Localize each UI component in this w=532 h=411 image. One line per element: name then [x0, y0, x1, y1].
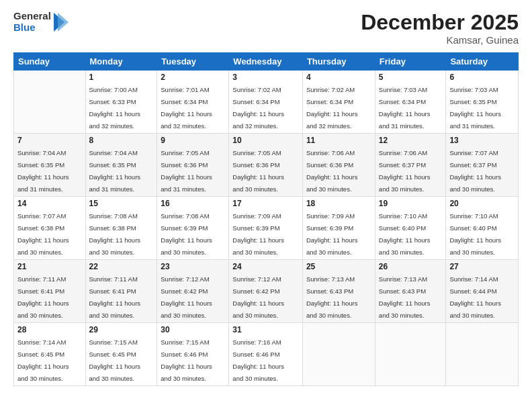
calendar-day-cell	[302, 323, 375, 386]
page: General Blue December 2025 Kamsar, Guine…	[0, 0, 532, 411]
logo-blue: Blue	[13, 22, 51, 34]
day-number: 1	[89, 73, 154, 82]
calendar-day-cell: 17Sunrise: 7:09 AMSunset: 6:39 PMDayligh…	[229, 197, 303, 260]
calendar-week-row: 7Sunrise: 7:04 AMSunset: 6:35 PMDaylight…	[14, 134, 519, 197]
day-number: 19	[379, 199, 443, 208]
day-number: 10	[232, 136, 299, 145]
calendar-day-cell: 12Sunrise: 7:06 AMSunset: 6:37 PMDayligh…	[375, 134, 446, 197]
day-info: Sunrise: 7:13 AMSunset: 6:43 PMDaylight:…	[306, 275, 358, 319]
calendar-day-cell: 25Sunrise: 7:13 AMSunset: 6:43 PMDayligh…	[302, 260, 375, 323]
day-info: Sunrise: 7:02 AMSunset: 6:34 PMDaylight:…	[232, 86, 284, 130]
day-info: Sunrise: 7:09 AMSunset: 6:39 PMDaylight:…	[306, 212, 358, 256]
day-number: 11	[306, 136, 371, 145]
calendar-day-cell: 30Sunrise: 7:15 AMSunset: 6:46 PMDayligh…	[157, 323, 229, 386]
calendar-day-cell: 15Sunrise: 7:08 AMSunset: 6:38 PMDayligh…	[85, 197, 157, 260]
calendar-day-cell: 8Sunrise: 7:04 AMSunset: 6:35 PMDaylight…	[85, 134, 157, 197]
day-info: Sunrise: 7:10 AMSunset: 6:40 PMDaylight:…	[449, 212, 501, 256]
day-number: 5	[379, 73, 443, 82]
day-info: Sunrise: 7:07 AMSunset: 6:37 PMDaylight:…	[449, 149, 501, 193]
day-info: Sunrise: 7:11 AMSunset: 6:41 PMDaylight:…	[89, 275, 141, 319]
day-number: 17	[232, 199, 299, 208]
calendar-day-cell: 19Sunrise: 7:10 AMSunset: 6:40 PMDayligh…	[375, 197, 446, 260]
day-info: Sunrise: 7:03 AMSunset: 6:34 PMDaylight:…	[379, 86, 431, 130]
day-number: 30	[161, 325, 225, 334]
day-info: Sunrise: 7:14 AMSunset: 6:45 PMDaylight:…	[17, 338, 69, 382]
day-info: Sunrise: 7:01 AMSunset: 6:34 PMDaylight:…	[161, 86, 212, 130]
day-number: 9	[161, 136, 225, 145]
day-info: Sunrise: 7:12 AMSunset: 6:42 PMDaylight:…	[232, 275, 284, 319]
day-info: Sunrise: 7:00 AMSunset: 6:33 PMDaylight:…	[89, 86, 141, 130]
weekday-header-cell: Thursday	[302, 53, 375, 71]
day-number: 8	[89, 136, 154, 145]
calendar-day-cell: 9Sunrise: 7:05 AMSunset: 6:36 PMDaylight…	[157, 134, 229, 197]
calendar-day-cell: 18Sunrise: 7:09 AMSunset: 6:39 PMDayligh…	[302, 197, 375, 260]
logo-general: General	[13, 11, 51, 22]
weekday-header-row: SundayMondayTuesdayWednesdayThursdayFrid…	[14, 53, 519, 71]
weekday-header-cell: Friday	[375, 53, 446, 71]
calendar-day-cell: 29Sunrise: 7:15 AMSunset: 6:45 PMDayligh…	[85, 323, 157, 386]
calendar-day-cell: 16Sunrise: 7:08 AMSunset: 6:39 PMDayligh…	[157, 197, 229, 260]
svg-marker-1	[58, 13, 69, 32]
calendar-day-cell: 10Sunrise: 7:05 AMSunset: 6:36 PMDayligh…	[229, 134, 303, 197]
day-info: Sunrise: 7:14 AMSunset: 6:44 PMDaylight:…	[449, 275, 501, 319]
calendar-day-cell: 13Sunrise: 7:07 AMSunset: 6:37 PMDayligh…	[446, 134, 519, 197]
calendar-week-row: 21Sunrise: 7:11 AMSunset: 6:41 PMDayligh…	[14, 260, 519, 323]
calendar-table: SundayMondayTuesdayWednesdayThursdayFrid…	[13, 52, 519, 386]
calendar-day-cell: 2Sunrise: 7:01 AMSunset: 6:34 PMDaylight…	[157, 71, 229, 134]
day-info: Sunrise: 7:08 AMSunset: 6:38 PMDaylight:…	[89, 212, 141, 256]
calendar-day-cell: 21Sunrise: 7:11 AMSunset: 6:41 PMDayligh…	[14, 260, 86, 323]
day-info: Sunrise: 7:04 AMSunset: 6:35 PMDaylight:…	[17, 149, 69, 193]
header: General Blue December 2025 Kamsar, Guine…	[13, 11, 519, 46]
calendar-day-cell: 31Sunrise: 7:16 AMSunset: 6:46 PMDayligh…	[229, 323, 303, 386]
day-info: Sunrise: 7:03 AMSunset: 6:35 PMDaylight:…	[449, 86, 501, 130]
calendar-day-cell: 14Sunrise: 7:07 AMSunset: 6:38 PMDayligh…	[14, 197, 86, 260]
calendar-day-cell: 3Sunrise: 7:02 AMSunset: 6:34 PMDaylight…	[229, 71, 303, 134]
day-info: Sunrise: 7:09 AMSunset: 6:39 PMDaylight:…	[232, 212, 284, 256]
calendar-day-cell: 26Sunrise: 7:13 AMSunset: 6:43 PMDayligh…	[375, 260, 446, 323]
day-number: 31	[232, 325, 299, 334]
day-info: Sunrise: 7:16 AMSunset: 6:46 PMDaylight:…	[232, 338, 284, 382]
day-info: Sunrise: 7:12 AMSunset: 6:42 PMDaylight:…	[161, 275, 212, 319]
day-number: 20	[449, 199, 515, 208]
day-info: Sunrise: 7:13 AMSunset: 6:43 PMDaylight:…	[379, 275, 431, 319]
day-number: 25	[306, 262, 371, 271]
calendar-week-row: 1Sunrise: 7:00 AMSunset: 6:33 PMDaylight…	[14, 71, 519, 134]
calendar-day-cell: 7Sunrise: 7:04 AMSunset: 6:35 PMDaylight…	[14, 134, 86, 197]
calendar-day-cell: 27Sunrise: 7:14 AMSunset: 6:44 PMDayligh…	[446, 260, 519, 323]
day-info: Sunrise: 7:06 AMSunset: 6:36 PMDaylight:…	[306, 149, 358, 193]
weekday-header-cell: Tuesday	[157, 53, 229, 71]
calendar-body: 1Sunrise: 7:00 AMSunset: 6:33 PMDaylight…	[14, 71, 519, 386]
day-info: Sunrise: 7:15 AMSunset: 6:45 PMDaylight:…	[89, 338, 141, 382]
logo-arrow-icon	[54, 13, 69, 32]
day-number: 6	[449, 73, 515, 82]
day-info: Sunrise: 7:05 AMSunset: 6:36 PMDaylight:…	[161, 149, 212, 193]
day-number: 12	[379, 136, 443, 145]
day-number: 26	[379, 262, 443, 271]
day-number: 14	[17, 199, 82, 208]
calendar-day-cell	[446, 323, 519, 386]
calendar-day-cell	[14, 71, 86, 134]
calendar-day-cell: 5Sunrise: 7:03 AMSunset: 6:34 PMDaylight…	[375, 71, 446, 134]
day-number: 28	[17, 325, 82, 334]
day-number: 16	[161, 199, 225, 208]
day-info: Sunrise: 7:10 AMSunset: 6:40 PMDaylight:…	[379, 212, 431, 256]
day-info: Sunrise: 7:06 AMSunset: 6:37 PMDaylight:…	[379, 149, 431, 193]
weekday-header-cell: Saturday	[446, 53, 519, 71]
day-number: 27	[449, 262, 515, 271]
title-area: December 2025 Kamsar, Guinea	[361, 11, 519, 46]
calendar-day-cell	[375, 323, 446, 386]
calendar-day-cell: 24Sunrise: 7:12 AMSunset: 6:42 PMDayligh…	[229, 260, 303, 323]
day-number: 2	[161, 73, 225, 82]
calendar-day-cell: 23Sunrise: 7:12 AMSunset: 6:42 PMDayligh…	[157, 260, 229, 323]
day-info: Sunrise: 7:08 AMSunset: 6:39 PMDaylight:…	[161, 212, 212, 256]
calendar-week-row: 28Sunrise: 7:14 AMSunset: 6:45 PMDayligh…	[14, 323, 519, 386]
day-number: 22	[89, 262, 154, 271]
calendar-week-row: 14Sunrise: 7:07 AMSunset: 6:38 PMDayligh…	[14, 197, 519, 260]
day-info: Sunrise: 7:15 AMSunset: 6:46 PMDaylight:…	[161, 338, 212, 382]
day-info: Sunrise: 7:07 AMSunset: 6:38 PMDaylight:…	[17, 212, 69, 256]
calendar-day-cell: 22Sunrise: 7:11 AMSunset: 6:41 PMDayligh…	[85, 260, 157, 323]
day-number: 3	[232, 73, 299, 82]
calendar-day-cell: 20Sunrise: 7:10 AMSunset: 6:40 PMDayligh…	[446, 197, 519, 260]
calendar-day-cell: 4Sunrise: 7:02 AMSunset: 6:34 PMDaylight…	[302, 71, 375, 134]
day-number: 18	[306, 199, 371, 208]
